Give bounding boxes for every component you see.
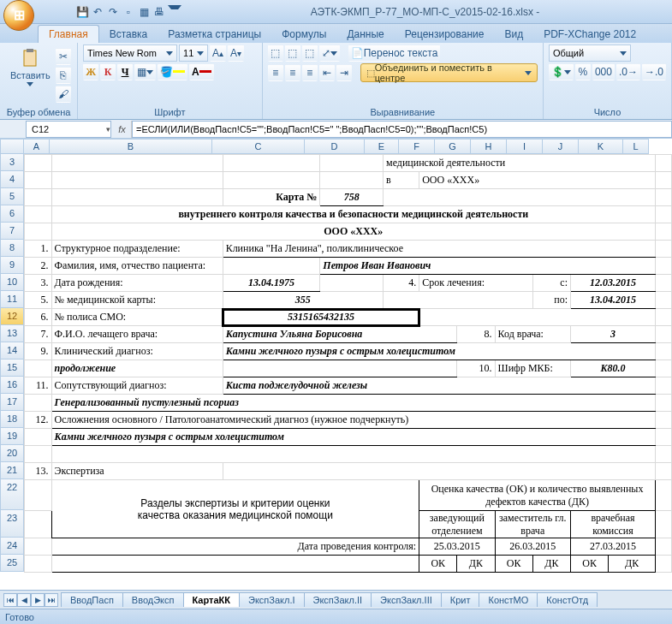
tab-nav-next-icon[interactable]: ▶ — [31, 593, 45, 607]
format-painter-icon[interactable]: 🖌 — [56, 86, 71, 103]
italic-button[interactable]: К — [100, 63, 116, 80]
ribbon-tabs: Главная Вставка Разметка страницы Формул… — [0, 24, 672, 43]
quick-print-icon[interactable]: 🖶 — [152, 5, 166, 19]
cut-icon[interactable]: ✂ — [56, 48, 71, 65]
indent-inc-icon[interactable]: ⇥ — [336, 64, 352, 81]
print-area-icon[interactable]: ▦ — [137, 5, 151, 19]
tab-pdf[interactable]: PDF-XChange 2012 — [533, 26, 646, 43]
sheet-tab-ВводПасп[interactable]: ВводПасп — [61, 592, 123, 607]
quick-access-toolbar: 💾 ↶ ↷ ▫ ▦ 🖶 — [75, 5, 181, 19]
font-size-select[interactable]: 11 — [179, 45, 208, 62]
save-icon[interactable]: 💾 — [75, 5, 89, 19]
copy-icon[interactable]: ⎘ — [56, 67, 71, 84]
clipboard-icon — [20, 48, 40, 68]
shrink-font-icon[interactable]: A▾ — [228, 45, 244, 62]
spreadsheet[interactable]: AB CD EF GH IJ KL 3456789101112131415161… — [0, 139, 672, 590]
qat-more-icon[interactable] — [168, 5, 181, 19]
svg-rect-1 — [27, 49, 33, 52]
tab-nav-first-icon[interactable]: ⏮ — [3, 593, 17, 607]
sheet-tab-КартаКК[interactable]: КартаКК — [183, 592, 240, 607]
status-bar: Готово — [0, 609, 672, 624]
align-top-icon[interactable]: ⬚ — [268, 45, 283, 62]
group-number: Число — [549, 105, 666, 119]
redo-icon[interactable]: ↷ — [106, 5, 120, 19]
select-all-corner[interactable] — [0, 139, 24, 154]
tab-insert[interactable]: Вставка — [99, 26, 158, 43]
dec-dec-icon[interactable]: →.0 — [642, 63, 666, 80]
tab-data[interactable]: Данные — [336, 26, 394, 43]
sheet-tab-ЭкспЗакл.II[interactable]: ЭкспЗакл.II — [304, 592, 372, 607]
align-right-icon[interactable]: ≡ — [302, 64, 318, 81]
sheet-tab-ЭкспЗакл.III[interactable]: ЭкспЗакл.III — [371, 592, 442, 607]
column-headers[interactable]: AB CD EF GH IJ KL — [24, 139, 672, 154]
ribbon: Вставить ✂ ⎘ 🖌 Буфер обмена Times New Ro… — [0, 43, 672, 120]
formula-bar: C12▾ fx =ЕСЛИ(ИЛИ(ВводПасп!C5="";ВводПас… — [0, 120, 672, 139]
sheet-tab-ЭкспЗакл.I[interactable]: ЭкспЗакл.I — [239, 592, 305, 607]
number-format-select[interactable]: Общий — [549, 45, 631, 62]
sheet-tab-КонстОтд[interactable]: КонстОтд — [537, 592, 598, 607]
group-align: Выравнивание — [268, 105, 538, 119]
sheet-tab-КонстМО[interactable]: КонстМО — [479, 592, 538, 607]
align-left-icon[interactable]: ≡ — [268, 64, 283, 81]
inc-dec-icon[interactable]: .0→ — [616, 63, 640, 80]
currency-icon[interactable]: 💲 — [549, 63, 574, 80]
align-mid-icon[interactable]: ⬚ — [285, 45, 300, 62]
comma-icon[interactable]: 000 — [592, 63, 615, 80]
percent-icon[interactable]: % — [575, 63, 591, 80]
grow-font-icon[interactable]: A▴ — [210, 45, 226, 62]
selected-cell: 5315165432135 — [223, 309, 419, 326]
office-button[interactable]: ⊞ — [3, 0, 34, 31]
font-name-select[interactable]: Times New Rom — [83, 45, 177, 62]
fx-icon[interactable]: fx — [113, 121, 132, 138]
paste-button[interactable]: Вставить — [5, 45, 56, 103]
sheet-tab-Крит[interactable]: Крит — [441, 592, 480, 607]
sheet-tab-ВводЭксп[interactable]: ВводЭксп — [122, 592, 184, 607]
grid[interactable]: медицинской деятельности вООО «XXX» Карт… — [24, 154, 672, 590]
new-icon[interactable]: ▫ — [122, 5, 135, 19]
font-color-button[interactable]: A — [189, 63, 214, 80]
align-bot-icon[interactable]: ⬚ — [302, 45, 318, 62]
wrap-text-button[interactable]: 📄 Перенос текста — [348, 45, 441, 62]
group-clipboard: Буфер обмена — [5, 105, 72, 119]
tab-layout[interactable]: Разметка страницы — [158, 26, 271, 43]
orientation-icon[interactable]: ⤢ — [319, 45, 340, 62]
underline-button[interactable]: Ч — [117, 63, 133, 80]
align-center-icon[interactable]: ≡ — [285, 64, 300, 81]
border-button[interactable]: ▦ — [134, 63, 156, 80]
formula-input[interactable]: =ЕСЛИ(ИЛИ(ВводПасп!C5="";ВводПасп!C5=" "… — [132, 121, 672, 138]
titlebar: ⊞ 💾 ↶ ↷ ▫ ▦ 🖶 АЭТК-ЭКМП_Р-77_МО-МП-C_v20… — [0, 0, 672, 24]
svg-rect-0 — [24, 51, 36, 66]
row-headers[interactable]: 345678910111213141516171819202122232425 — [0, 154, 24, 572]
tab-home[interactable]: Главная — [38, 25, 99, 43]
name-box[interactable]: C12▾ — [26, 121, 111, 138]
sheet-tab-strip: ⏮ ◀ ▶ ⏭ ВводПаспВводЭкспКартаККЭкспЗакл.… — [0, 590, 672, 609]
tab-view[interactable]: Вид — [494, 26, 533, 43]
merge-center-button[interactable]: ⬚ Объединить и поместить в центре — [360, 63, 538, 82]
tab-review[interactable]: Рецензирование — [395, 26, 495, 43]
fill-color-button[interactable]: 🪣 — [158, 63, 187, 80]
tab-nav-last-icon[interactable]: ⏭ — [45, 593, 58, 607]
undo-icon[interactable]: ↶ — [91, 5, 104, 19]
group-font: Шрифт — [83, 105, 257, 119]
tab-nav-prev-icon[interactable]: ◀ — [17, 593, 31, 607]
window-title: АЭТК-ЭКМП_Р-77_МО-МП-C_v2015-02-16.xlsx … — [181, 6, 669, 18]
tab-formulas[interactable]: Формулы — [271, 26, 336, 43]
indent-dec-icon[interactable]: ⇤ — [319, 64, 335, 81]
bold-button[interactable]: Ж — [83, 63, 98, 80]
